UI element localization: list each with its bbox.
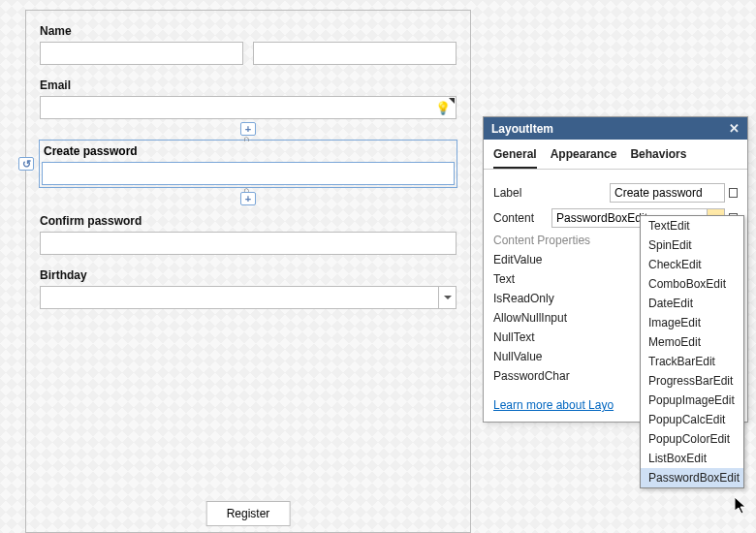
dropdown-item[interactable]: CheckEdit bbox=[641, 255, 743, 274]
prop-label-input[interactable] bbox=[610, 183, 725, 203]
tab-general[interactable]: General bbox=[493, 147, 537, 169]
last-name-field[interactable] bbox=[253, 42, 457, 65]
prop-allownullinput: AllowNullInput bbox=[493, 311, 610, 325]
create-password-field[interactable] bbox=[42, 162, 455, 185]
smart-tag-icon[interactable] bbox=[449, 98, 455, 104]
dropdown-item[interactable]: DateEdit bbox=[641, 294, 743, 313]
birthday-dropdown-button[interactable] bbox=[438, 287, 456, 308]
birthday-row: Birthday bbox=[40, 268, 457, 309]
register-button[interactable]: Register bbox=[206, 501, 291, 526]
email-row: Email 💡 bbox=[40, 78, 457, 119]
prop-nullvalue: NullValue bbox=[493, 350, 610, 363]
property-tabs: General Appearance Behaviors bbox=[484, 140, 747, 170]
add-handle-left[interactable]: ↺ bbox=[18, 157, 34, 171]
dropdown-item[interactable]: PopupImageEdit bbox=[641, 391, 743, 410]
learn-more-link[interactable]: Learn more about Layo bbox=[484, 394, 623, 422]
dropdown-item[interactable]: TrackBarEdit bbox=[641, 352, 743, 371]
birthday-input[interactable] bbox=[41, 287, 438, 308]
content-dropdown-list[interactable]: TextEditSpinEditCheckEditComboBoxEditDat… bbox=[640, 215, 744, 488]
dropdown-item[interactable]: TextEdit bbox=[641, 216, 743, 235]
property-panel-title: LayoutItem bbox=[491, 122, 553, 136]
dropdown-item[interactable]: ImageEdit bbox=[641, 313, 743, 332]
email-field[interactable] bbox=[40, 96, 457, 119]
dropdown-item[interactable]: ComboBoxEdit bbox=[641, 274, 743, 294]
name-label: Name bbox=[40, 24, 457, 38]
prop-marker-icon[interactable] bbox=[729, 188, 738, 198]
prop-isreadonly: IsReadOnly bbox=[493, 292, 610, 305]
prop-content-name: Content bbox=[493, 211, 551, 225]
dropdown-item[interactable]: ListBoxEdit bbox=[641, 449, 743, 468]
create-password-label: Create password bbox=[44, 144, 453, 158]
anchor-top-icon: ∩ bbox=[243, 134, 253, 143]
prop-editvalue: EditValue bbox=[493, 253, 610, 266]
confirm-password-field[interactable] bbox=[40, 232, 457, 255]
dropdown-item[interactable]: PopupColorEdit bbox=[641, 429, 743, 449]
birthday-combo[interactable] bbox=[40, 286, 457, 309]
dropdown-item[interactable]: PasswordBoxEdit bbox=[641, 468, 743, 487]
prop-row-label: Label bbox=[493, 183, 738, 203]
prop-label-name: Label bbox=[493, 186, 610, 200]
property-panel-title-bar[interactable]: LayoutItem ✕ bbox=[484, 117, 747, 140]
dropdown-item[interactable]: MemoEdit bbox=[641, 332, 743, 352]
tab-appearance[interactable]: Appearance bbox=[551, 147, 617, 169]
dropdown-item[interactable]: PopupCalcEdit bbox=[641, 410, 743, 429]
prop-nulltext: NullText bbox=[493, 330, 610, 344]
form-design-surface: Name Email 💡 + ↺ Create password ∩ ∩ + C… bbox=[25, 10, 471, 533]
prop-content-properties-label: Content Properties bbox=[493, 234, 610, 247]
mouse-cursor-icon bbox=[735, 497, 750, 517]
add-handle-bottom[interactable]: + bbox=[240, 192, 256, 205]
prop-text: Text bbox=[493, 272, 610, 286]
confirm-password-row: Confirm password bbox=[40, 214, 457, 255]
create-password-row-selected[interactable]: Create password ∩ ∩ bbox=[39, 140, 457, 188]
email-label: Email bbox=[40, 78, 457, 92]
prop-passwordchar: PasswordChar bbox=[493, 369, 610, 383]
dropdown-item[interactable]: SpinEdit bbox=[641, 235, 743, 255]
first-name-field[interactable] bbox=[40, 42, 243, 65]
dropdown-item[interactable]: ProgressBarEdit bbox=[641, 371, 743, 391]
birthday-label: Birthday bbox=[40, 268, 457, 282]
name-row: Name bbox=[40, 24, 457, 65]
tab-behaviors[interactable]: Behaviors bbox=[630, 147, 686, 169]
close-icon[interactable]: ✕ bbox=[729, 121, 740, 136]
confirm-password-label: Confirm password bbox=[40, 214, 457, 228]
